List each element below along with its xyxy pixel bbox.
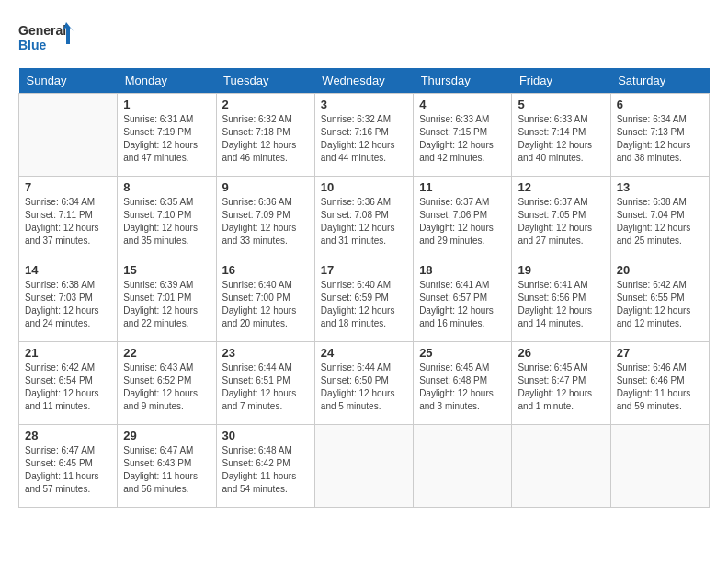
day-number: 14 xyxy=(25,263,111,277)
day-number: 3 xyxy=(321,98,407,111)
day-info: Sunrise: 6:38 AMSunset: 7:04 PMDaylight:… xyxy=(617,196,703,247)
weekday-header-friday: Friday xyxy=(512,68,610,94)
day-number: 4 xyxy=(419,98,506,111)
page-header: General Blue xyxy=(18,18,710,59)
weekday-header-row: SundayMondayTuesdayWednesdayThursdayFrid… xyxy=(19,68,710,94)
day-info: Sunrise: 6:32 AMSunset: 7:18 PMDaylight:… xyxy=(222,113,309,165)
day-cell: 8Sunrise: 6:35 AMSunset: 7:10 PMDaylight… xyxy=(118,177,216,259)
svg-text:Blue: Blue xyxy=(18,38,47,52)
day-info: Sunrise: 6:31 AMSunset: 7:19 PMDaylight:… xyxy=(123,113,210,165)
logo-svg: General Blue xyxy=(18,18,74,59)
day-cell: 5Sunrise: 6:33 AMSunset: 7:14 PMDaylight… xyxy=(512,94,610,177)
day-info: Sunrise: 6:42 AMSunset: 6:55 PMDaylight:… xyxy=(617,279,703,330)
svg-text:General: General xyxy=(18,23,66,38)
day-cell: 26Sunrise: 6:45 AMSunset: 6:47 PMDayligh… xyxy=(512,342,610,425)
day-cell: 6Sunrise: 6:34 AMSunset: 7:13 PMDaylight… xyxy=(610,94,709,177)
day-info: Sunrise: 6:42 AMSunset: 6:54 PMDaylight:… xyxy=(25,362,111,413)
day-number: 15 xyxy=(123,263,210,277)
day-cell: 18Sunrise: 6:41 AMSunset: 6:57 PMDayligh… xyxy=(414,259,512,342)
day-cell: 11Sunrise: 6:37 AMSunset: 7:06 PMDayligh… xyxy=(414,177,512,259)
day-info: Sunrise: 6:47 AMSunset: 6:45 PMDaylight:… xyxy=(25,444,111,496)
day-info: Sunrise: 6:34 AMSunset: 7:13 PMDaylight:… xyxy=(617,113,703,165)
weekday-header-thursday: Thursday xyxy=(414,68,512,94)
week-row-1: 1Sunrise: 6:31 AMSunset: 7:19 PMDaylight… xyxy=(19,94,710,177)
day-number: 10 xyxy=(321,180,407,194)
day-cell: 29Sunrise: 6:47 AMSunset: 6:43 PMDayligh… xyxy=(118,425,216,508)
day-info: Sunrise: 6:33 AMSunset: 7:15 PMDaylight:… xyxy=(419,113,506,165)
day-number: 30 xyxy=(222,429,309,442)
day-info: Sunrise: 6:33 AMSunset: 7:14 PMDaylight:… xyxy=(518,113,604,165)
day-cell: 9Sunrise: 6:36 AMSunset: 7:09 PMDaylight… xyxy=(216,177,314,259)
week-row-3: 14Sunrise: 6:38 AMSunset: 7:03 PMDayligh… xyxy=(19,259,710,342)
day-number: 26 xyxy=(518,346,604,360)
day-number: 6 xyxy=(617,98,703,111)
day-info: Sunrise: 6:38 AMSunset: 7:03 PMDaylight:… xyxy=(25,279,111,330)
day-info: Sunrise: 6:40 AMSunset: 7:00 PMDaylight:… xyxy=(222,279,309,330)
day-cell xyxy=(314,425,413,508)
day-number: 29 xyxy=(123,429,210,442)
day-number: 13 xyxy=(617,180,703,194)
day-info: Sunrise: 6:32 AMSunset: 7:16 PMDaylight:… xyxy=(321,113,407,165)
day-cell: 1Sunrise: 6:31 AMSunset: 7:19 PMDaylight… xyxy=(118,94,216,177)
day-info: Sunrise: 6:44 AMSunset: 6:50 PMDaylight:… xyxy=(321,362,407,413)
day-cell: 28Sunrise: 6:47 AMSunset: 6:45 PMDayligh… xyxy=(19,425,118,508)
day-info: Sunrise: 6:46 AMSunset: 6:46 PMDaylight:… xyxy=(617,362,703,413)
day-info: Sunrise: 6:45 AMSunset: 6:48 PMDaylight:… xyxy=(419,362,506,413)
day-number: 21 xyxy=(25,346,111,360)
day-number: 20 xyxy=(617,263,703,277)
day-number: 11 xyxy=(419,180,506,194)
day-cell: 14Sunrise: 6:38 AMSunset: 7:03 PMDayligh… xyxy=(19,259,118,342)
day-number: 7 xyxy=(25,180,111,194)
day-info: Sunrise: 6:43 AMSunset: 6:52 PMDaylight:… xyxy=(123,362,210,413)
day-number: 23 xyxy=(222,346,309,360)
day-info: Sunrise: 6:39 AMSunset: 7:01 PMDaylight:… xyxy=(123,279,210,330)
week-row-4: 21Sunrise: 6:42 AMSunset: 6:54 PMDayligh… xyxy=(19,342,710,425)
day-cell xyxy=(19,94,118,177)
day-cell: 10Sunrise: 6:36 AMSunset: 7:08 PMDayligh… xyxy=(314,177,413,259)
day-number: 28 xyxy=(25,429,111,442)
day-cell: 20Sunrise: 6:42 AMSunset: 6:55 PMDayligh… xyxy=(610,259,709,342)
weekday-header-sunday: Sunday xyxy=(19,68,118,94)
calendar-table: SundayMondayTuesdayWednesdayThursdayFrid… xyxy=(18,68,710,508)
weekday-header-saturday: Saturday xyxy=(610,68,709,94)
day-number: 2 xyxy=(222,98,309,111)
day-number: 25 xyxy=(419,346,506,360)
day-number: 16 xyxy=(222,263,309,277)
day-number: 18 xyxy=(419,263,506,277)
day-number: 5 xyxy=(518,98,604,111)
day-info: Sunrise: 6:36 AMSunset: 7:08 PMDaylight:… xyxy=(321,196,407,247)
day-cell: 23Sunrise: 6:44 AMSunset: 6:51 PMDayligh… xyxy=(216,342,314,425)
weekday-header-monday: Monday xyxy=(118,68,216,94)
day-number: 22 xyxy=(123,346,210,360)
day-cell xyxy=(610,425,709,508)
week-row-5: 28Sunrise: 6:47 AMSunset: 6:45 PMDayligh… xyxy=(19,425,710,508)
day-cell: 27Sunrise: 6:46 AMSunset: 6:46 PMDayligh… xyxy=(610,342,709,425)
day-cell: 30Sunrise: 6:48 AMSunset: 6:42 PMDayligh… xyxy=(216,425,314,508)
day-number: 1 xyxy=(123,98,210,111)
day-info: Sunrise: 6:45 AMSunset: 6:47 PMDaylight:… xyxy=(518,362,604,413)
day-cell: 13Sunrise: 6:38 AMSunset: 7:04 PMDayligh… xyxy=(610,177,709,259)
day-cell: 16Sunrise: 6:40 AMSunset: 7:00 PMDayligh… xyxy=(216,259,314,342)
day-cell: 19Sunrise: 6:41 AMSunset: 6:56 PMDayligh… xyxy=(512,259,610,342)
day-number: 17 xyxy=(321,263,407,277)
day-info: Sunrise: 6:34 AMSunset: 7:11 PMDaylight:… xyxy=(25,196,111,247)
weekday-header-wednesday: Wednesday xyxy=(314,68,413,94)
day-cell: 12Sunrise: 6:37 AMSunset: 7:05 PMDayligh… xyxy=(512,177,610,259)
day-info: Sunrise: 6:41 AMSunset: 6:57 PMDaylight:… xyxy=(419,279,506,330)
day-cell: 2Sunrise: 6:32 AMSunset: 7:18 PMDaylight… xyxy=(216,94,314,177)
day-cell: 3Sunrise: 6:32 AMSunset: 7:16 PMDaylight… xyxy=(314,94,413,177)
day-info: Sunrise: 6:40 AMSunset: 6:59 PMDaylight:… xyxy=(321,279,407,330)
day-cell: 24Sunrise: 6:44 AMSunset: 6:50 PMDayligh… xyxy=(314,342,413,425)
day-number: 9 xyxy=(222,180,309,194)
day-info: Sunrise: 6:37 AMSunset: 7:05 PMDaylight:… xyxy=(518,196,604,247)
day-number: 24 xyxy=(321,346,407,360)
day-cell: 4Sunrise: 6:33 AMSunset: 7:15 PMDaylight… xyxy=(414,94,512,177)
day-number: 27 xyxy=(617,346,703,360)
week-row-2: 7Sunrise: 6:34 AMSunset: 7:11 PMDaylight… xyxy=(19,177,710,259)
day-number: 19 xyxy=(518,263,604,277)
day-info: Sunrise: 6:44 AMSunset: 6:51 PMDaylight:… xyxy=(222,362,309,413)
day-number: 8 xyxy=(123,180,210,194)
day-cell: 15Sunrise: 6:39 AMSunset: 7:01 PMDayligh… xyxy=(118,259,216,342)
day-info: Sunrise: 6:35 AMSunset: 7:10 PMDaylight:… xyxy=(123,196,210,247)
day-number: 12 xyxy=(518,180,604,194)
